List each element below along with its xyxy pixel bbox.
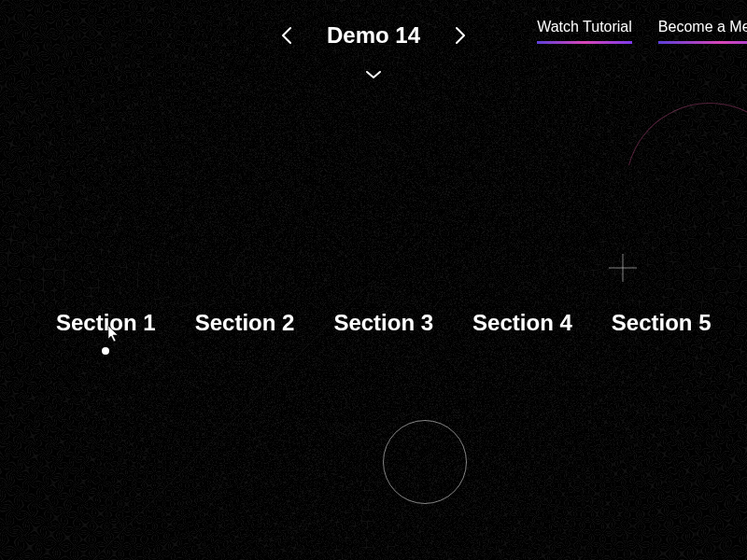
- watch-tutorial-link[interactable]: Watch Tutorial: [537, 19, 632, 44]
- plus-icon: [607, 252, 639, 284]
- next-arrow[interactable]: [454, 25, 467, 46]
- section-3[interactable]: Section 3: [333, 310, 433, 336]
- prev-arrow[interactable]: [280, 25, 293, 46]
- chevron-right-icon: [454, 25, 467, 46]
- dropdown-arrow[interactable]: [364, 67, 383, 84]
- section-2[interactable]: Section 2: [195, 310, 295, 336]
- section-4[interactable]: Section 4: [472, 310, 572, 336]
- section-1[interactable]: Section 1: [56, 310, 156, 336]
- chevron-down-icon: [364, 69, 383, 80]
- decorative-plus: [607, 252, 639, 287]
- decorative-circle: [383, 420, 467, 504]
- become-member-link[interactable]: Become a Member: [658, 19, 747, 44]
- noise-texture: [0, 0, 747, 560]
- decorative-arc: [595, 72, 747, 301]
- page-title: Demo 14: [327, 22, 420, 49]
- chevron-left-icon: [280, 25, 293, 46]
- section-5[interactable]: Section 5: [612, 310, 712, 336]
- top-links: Watch Tutorial Become a Member: [537, 19, 747, 44]
- sections-nav: Section 1 Section 2 Section 3 Section 4 …: [56, 310, 747, 336]
